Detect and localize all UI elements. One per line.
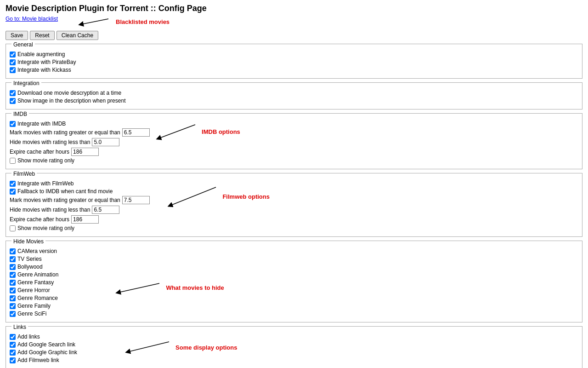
list-item: Bollywood [10,264,58,270]
hide-movies-section: Hide Movies CAMera version TV Series Bol… [6,241,582,322]
camera-checkbox[interactable] [10,248,16,254]
imdb-checkbox[interactable] [10,121,16,127]
list-item: Genre Horror [10,287,58,293]
download-one-label: Download one movie descryption at a time [17,90,121,96]
add-links-checkbox[interactable] [10,334,16,340]
save-button[interactable]: Save [6,31,28,40]
list-item: Genre SciFi [10,310,58,317]
google-search-checkbox[interactable] [10,342,16,348]
filmweb-legend: FilmWeb [11,171,37,177]
list-item: Genre Family [10,303,58,309]
list-item: TV Series [10,256,58,262]
filmweb-annotation: Filmweb options [222,193,270,200]
tv-series-checkbox[interactable] [10,256,16,262]
imdb-rating-field: Mark movies with rating greater or equal… [10,128,578,137]
list-item: Add Filmweb link [10,357,77,363]
imdb-rating-only-checkbox[interactable] [10,158,16,164]
enable-augmenting-checkbox[interactable] [10,52,16,58]
imdb-hide-label: Hide movies with rating less than [10,139,90,145]
fantasy-checkbox[interactable] [10,280,16,286]
svg-line-4 [128,342,169,352]
imdb-rating-label: Mark movies with rating greater or equal… [10,129,120,136]
bollywood-checkbox[interactable] [10,264,16,270]
list-item: Show movie rating only [10,225,119,231]
general-legend: General [11,41,35,48]
blacklist-link[interactable]: Go to: Movie blacklist [6,16,58,22]
filmweb-cache-field: Expire cache after hours [10,215,119,224]
integration-legend: Integration [11,80,41,86]
filmweb-hide-input[interactable] [92,206,119,214]
imdb-rating-input[interactable] [122,128,150,137]
download-one-checkbox[interactable] [10,90,16,96]
list-item: Add Google Search link [10,341,77,348]
list-item: Genre Animation [10,271,58,278]
imdb-cache-field: Expire cache after hours [10,148,99,156]
list-item: Add links [10,334,77,340]
svg-line-3 [118,283,159,293]
filmweb-label: Integrate with FilmWeb [17,180,74,187]
kickass-checkbox[interactable] [10,67,16,73]
filmweb-rating-only-checkbox[interactable] [10,225,16,231]
imdb-rating-only-label: Show movie rating only [17,157,74,164]
imdb-legend: IMDB [11,111,29,117]
family-label: Genre Family [17,303,51,309]
animation-label: Genre Animation [17,271,58,278]
romance-label: Genre Romance [17,295,58,301]
filmweb-link-label: Add Filmweb link [17,357,59,363]
kickass-label: Integrate with Kickass [17,67,71,73]
list-item: Integrate with IMDB [10,121,578,127]
filmweb-fallback-checkbox[interactable] [10,189,16,195]
reset-button[interactable]: Reset [30,31,54,40]
family-checkbox[interactable] [10,303,16,309]
show-image-label: Show image in the description when prese… [17,98,125,104]
svg-line-2 [170,187,216,206]
toolbar: Save Reset Clean Cache [6,31,582,40]
romance-checkbox[interactable] [10,295,16,301]
list-item: Genre Romance [10,295,58,301]
bollywood-label: Bollywood [17,264,43,270]
filmweb-link-checkbox[interactable] [10,357,16,363]
google-graphic-label: Add Google Graphic link [17,349,77,356]
filmweb-cache-input[interactable] [71,215,99,224]
filmweb-hide-label: Hide movies with rating less than [10,207,90,213]
google-graphic-checkbox[interactable] [10,350,16,356]
hide-movies-annotation: What movies to hide [166,284,224,291]
horror-label: Genre Horror [17,287,50,293]
horror-checkbox[interactable] [10,288,16,293]
filmweb-section: FilmWeb Integrate with FilmWeb Fallback … [6,173,582,237]
svg-line-1 [158,125,195,138]
links-legend: Links [11,324,28,330]
integration-section: Integration Download one movie descrypti… [6,82,582,109]
links-section: Links Add links Add Google Search link A… [6,326,582,368]
show-image-checkbox[interactable] [10,98,16,104]
imdb-section: IMDB Integrate with IMDB Mark movies wit… [6,113,582,169]
list-item: Show image in the description when prese… [10,98,578,104]
scifi-checkbox[interactable] [10,311,16,317]
tv-series-label: TV Series [17,256,42,262]
filmweb-rating-only-label: Show movie rating only [17,225,74,231]
imdb-hide-input[interactable] [92,138,119,146]
imdb-annotation: IMDB options [202,128,240,135]
imdb-hide-field: Hide movies with rating less than [10,138,578,146]
filmweb-hide-field: Hide movies with rating less than [10,206,119,214]
hide-movies-legend: Hide Movies [11,238,45,245]
animation-checkbox[interactable] [10,272,16,278]
list-item: Integrate with Kickass [10,67,578,73]
links-annotation: Some display options [175,344,237,351]
piratebay-checkbox[interactable] [10,59,16,65]
clean-cache-button[interactable]: Clean Cache [57,31,98,40]
filmweb-fallback-label: Fallback to IMDB when cant find movie [17,188,113,195]
imdb-label: Integrate with IMDB [17,121,66,127]
enable-augmenting-label: Enable augmenting [17,51,65,58]
scifi-label: Genre SciFi [17,310,46,317]
imdb-cache-input[interactable] [71,148,99,156]
filmweb-checkbox[interactable] [10,181,16,187]
add-links-label: Add links [17,334,40,340]
list-item: Fallback to IMDB when cant find movie [10,188,578,195]
list-item: Integrate with PirateBay [10,59,578,65]
filmweb-rating-input[interactable] [122,196,150,204]
piratebay-label: Integrate with PirateBay [17,59,76,65]
list-item: Integrate with FilmWeb [10,180,578,187]
list-item: Enable augmenting [10,51,578,58]
list-item: Genre Fantasy [10,279,58,286]
